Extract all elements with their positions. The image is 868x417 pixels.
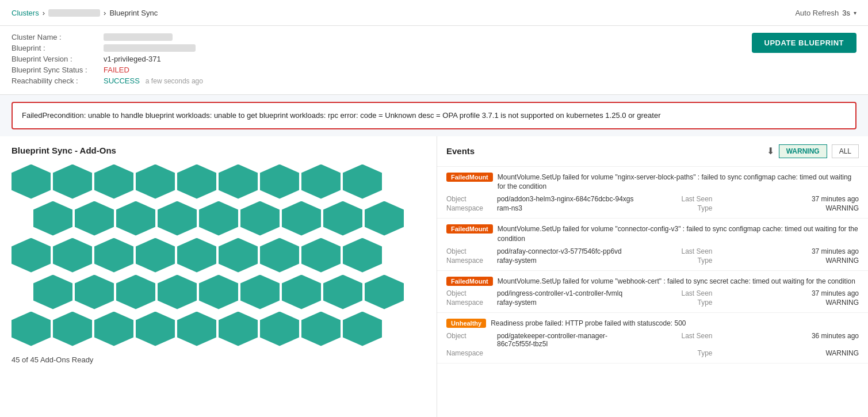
type-value-1: WARNING: [717, 204, 859, 212]
event-item-1: FailedMount MountVolume.SetUp failed for…: [437, 167, 868, 219]
type-value-4: WARNING: [717, 349, 859, 357]
events-title: Events: [446, 146, 475, 156]
events-header: Events ⬇ WARNING ALL: [437, 136, 868, 167]
hex-tile: [219, 312, 258, 346]
reachability-time: a few seconds ago: [146, 77, 203, 85]
hex-tile: [301, 164, 341, 199]
hex-tile: [33, 275, 72, 309]
hex-tile: [158, 201, 197, 236]
hex-tile: [240, 201, 280, 236]
hex-row-4: [33, 275, 425, 309]
sync-status-value: FAILED: [104, 66, 129, 74]
events-controls: ⬇ WARNING ALL: [767, 144, 859, 158]
hex-tile: [282, 201, 321, 236]
blueprint-label: Blueprint :: [12, 44, 104, 52]
hex-row-5: [12, 312, 425, 346]
hex-tile: [94, 238, 133, 273]
events-panel: Events ⬇ WARNING ALL FailedMount MountVo…: [437, 136, 868, 418]
chevron-down-icon: ▾: [854, 10, 856, 16]
hex-tile: [323, 201, 362, 236]
type-label-4: Type: [644, 349, 713, 357]
object-value-3: pod/ingress-controller-v1-controller-fvm…: [497, 289, 639, 297]
hex-tile: [282, 275, 321, 309]
last-seen-value-3: 37 minutes ago: [717, 289, 859, 297]
error-message-box: FailedPrecondition: unable to handle blu…: [12, 102, 856, 129]
event-message-1: MountVolume.SetUp failed for volume "ngi…: [498, 173, 859, 192]
type-label-1: Type: [644, 204, 713, 212]
hex-tile: [12, 238, 51, 273]
object-label-4: Object: [446, 332, 492, 348]
last-seen-label-3: Last Seen: [644, 289, 713, 297]
event-tag-3: FailedMount: [446, 277, 493, 286]
filter-warning-button[interactable]: WARNING: [779, 144, 827, 158]
hex-tile: [365, 201, 404, 236]
reachability-value: SUCCESS: [104, 76, 140, 85]
event-item-2: FailedMount MountVolume.SetUp failed for…: [437, 219, 868, 271]
type-value-3: WARNING: [717, 299, 859, 307]
reachability-label: Reachability check :: [12, 76, 104, 85]
error-text: FailedPrecondition: unable to handle blu…: [22, 111, 661, 120]
download-icon[interactable]: ⬇: [767, 146, 774, 156]
hex-row-3: [12, 238, 425, 273]
last-seen-value-1: 37 minutes ago: [717, 195, 859, 203]
hex-tile: [199, 275, 238, 309]
auto-refresh-value: 3s: [842, 9, 850, 17]
hex-tile: [53, 312, 92, 346]
event-message-3: MountVolume.SetUp failed for volume "web…: [498, 277, 859, 286]
info-panel: Cluster Name : Blueprint : Blueprint Ver…: [0, 26, 868, 95]
namespace-value-3: rafay-system: [497, 299, 639, 307]
hex-tile: [177, 238, 216, 273]
hex-tile: [301, 238, 341, 273]
namespace-label-4: Namespace: [446, 349, 492, 357]
hex-row-1: [12, 164, 425, 199]
hex-tile: [343, 164, 382, 199]
hex-tile: [240, 275, 280, 309]
hex-tile: [136, 164, 175, 199]
hex-tile: [219, 238, 258, 273]
hex-tile: [323, 275, 362, 309]
hex-tile: [94, 312, 133, 346]
hex-tile: [116, 275, 155, 309]
type-label-2: Type: [644, 257, 713, 265]
type-label-3: Type: [644, 299, 713, 307]
update-blueprint-button[interactable]: UPDATE BLUEPRINT: [752, 33, 856, 53]
last-seen-label-2: Last Seen: [644, 247, 713, 255]
auto-refresh-label: Auto Refresh: [795, 9, 839, 17]
cluster-name-label: Cluster Name :: [12, 33, 104, 41]
main-content: Blueprint Sync - Add-Ons: [0, 136, 868, 418]
hex-tile: [343, 238, 382, 273]
last-seen-value-2: 37 minutes ago: [717, 247, 859, 255]
event-tag-4: Unhealthy: [446, 319, 486, 328]
hex-tile: [219, 164, 258, 199]
namespace-label-3: Namespace: [446, 299, 492, 307]
addons-panel: Blueprint Sync - Add-Ons: [0, 136, 437, 418]
event-item-4: Unhealthy Readiness probe failed: HTTP p…: [437, 313, 868, 364]
hex-tile: [158, 275, 197, 309]
breadcrumb-sep2: ›: [104, 9, 106, 17]
event-message-2: MountVolume.SetUp failed for volume "con…: [498, 224, 859, 244]
hex-tile: [33, 201, 72, 236]
object-value-4: pod/gatekeeper-controller-manager-86c7c5…: [497, 332, 639, 348]
hex-tile: [260, 312, 299, 346]
clusters-link[interactable]: Clusters: [12, 9, 39, 17]
namespace-value-4: [497, 349, 639, 357]
filter-all-button[interactable]: ALL: [832, 144, 859, 158]
breadcrumb-sep1: ›: [43, 9, 45, 17]
namespace-label-2: Namespace: [446, 257, 492, 265]
auto-refresh-control[interactable]: Auto Refresh 3s ▾: [795, 9, 856, 17]
hex-tile: [53, 238, 92, 273]
last-seen-label-1: Last Seen: [644, 195, 713, 203]
hex-grid: [12, 164, 425, 346]
hex-tile: [301, 312, 341, 346]
object-label-3: Object: [446, 289, 492, 297]
hex-tile: [260, 164, 299, 199]
event-message-4: Readiness probe failed: HTTP probe faile…: [491, 319, 859, 328]
blueprint-value: [104, 44, 196, 52]
hex-tile: [177, 164, 216, 199]
hex-tile: [94, 164, 133, 199]
namespace-value-2: rafay-system: [497, 257, 639, 265]
object-label-1: Object: [446, 195, 492, 203]
hex-tile: [53, 164, 92, 199]
namespace-value-1: ram-ns3: [497, 204, 639, 212]
hex-tile: [116, 201, 155, 236]
